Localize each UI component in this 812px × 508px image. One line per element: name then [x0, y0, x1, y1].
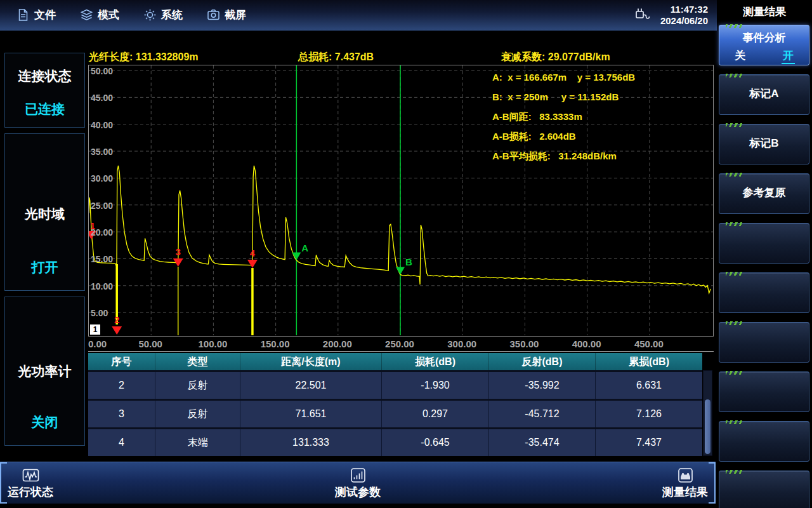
corner-slashes-decoration — [726, 74, 742, 77]
svg-text:30.00: 30.00 — [91, 173, 113, 184]
panel-status: 已连接 — [5, 100, 84, 118]
menu-label: 模式 — [98, 8, 119, 22]
measure-results-icon — [677, 467, 694, 484]
table-cell: -35.992 — [488, 372, 595, 399]
svg-text:5.00: 5.00 — [91, 308, 108, 318]
table-cell: 2 — [88, 372, 155, 399]
svg-text:4: 4 — [250, 248, 256, 258]
menu-item-4[interactable]: 截屏 — [207, 8, 246, 22]
left-panel-2[interactable]: 光时域打开 — [4, 133, 85, 291]
menu-bar: 文件模式系统截屏 — [16, 8, 246, 22]
events-table-header: 序号类型距离/长度(m)损耗(dB)反射(dB)累损(dB) — [88, 353, 702, 370]
menu-item-3[interactable]: 系统 — [143, 8, 183, 22]
corner-slashes-decoration — [726, 321, 742, 325]
otdr-screen: 文件模式系统截屏 11:47:32 2024/06/20 连接状态已连接光时域打… — [0, 0, 812, 508]
right-sidebar: 测量结果 事件分析关开标记A标记B参考复原 — [717, 0, 812, 508]
bottom-nav-bar: 运行状态 测试参数 测量结果 — [0, 462, 716, 504]
trace-number-badge: 1 — [90, 324, 100, 335]
left-panel-1[interactable]: 连接状态已连接 — [4, 53, 85, 128]
panel-title: 连接状态 — [5, 67, 84, 85]
nav-run-status-label: 运行状态 — [8, 485, 53, 500]
table-header-cell: 距离/长度(m) — [240, 353, 381, 370]
softkey-empty-8[interactable] — [719, 371, 809, 412]
state-on[interactable]: 开 — [782, 48, 795, 64]
table-header-cell: 序号 — [88, 353, 155, 370]
svg-text:B: B — [405, 257, 412, 267]
svg-text:35.00: 35.00 — [91, 147, 113, 157]
svg-text:50.00: 50.00 — [91, 66, 113, 76]
table-cell: 3 — [88, 401, 155, 427]
corner-slashes-decoration — [726, 420, 742, 424]
nav-run-status[interactable]: 运行状态 — [8, 467, 53, 500]
menu-item-1[interactable]: 文件 — [16, 8, 56, 22]
nav-test-params[interactable]: 测试参数 — [335, 467, 381, 500]
annotation-line-2: B: x = 250m y = 11.152dB — [492, 91, 635, 111]
softkey-empty-9[interactable] — [719, 421, 809, 462]
table-cell: 0.297 — [381, 401, 488, 427]
table-cell: 131.333 — [240, 429, 381, 456]
state-off[interactable]: 关 — [735, 48, 745, 64]
table-cell: -0.645 — [381, 429, 488, 456]
date: 2024/06/20 — [660, 15, 708, 27]
x-tick-label: 250.00 — [385, 338, 414, 349]
waveform-icon — [22, 467, 39, 484]
svg-text:25.00: 25.00 — [91, 201, 113, 211]
softkey-参考复原[interactable]: 参考复原 — [719, 173, 809, 214]
x-tick-label: 400.00 — [572, 338, 601, 349]
table-cell: -45.712 — [488, 401, 595, 427]
softkey-label: 参考复原 — [719, 174, 809, 212]
left-panel-3[interactable]: 光功率计关闭 — [4, 297, 85, 446]
softkey-label: 标记B — [719, 124, 809, 163]
corner-slashes-decoration — [726, 272, 742, 276]
cursor-annotations: A: x = 166.667m y = 13.756dBB: x = 250m … — [492, 72, 635, 170]
clock: 11:47:32 2024/06/20 — [660, 4, 708, 27]
softkey-标记B[interactable]: 标记B — [719, 124, 809, 164]
softkey-empty-5[interactable] — [719, 223, 809, 264]
softkey-事件分析[interactable]: 事件分析关开 — [719, 25, 809, 65]
table-cell: 71.651 — [240, 401, 381, 427]
screenshot-icon — [207, 8, 220, 22]
softkey-states: 关开 — [719, 45, 809, 64]
power-plug-icon — [632, 6, 650, 24]
x-tick-label: 100.00 — [198, 338, 227, 349]
right-bracket-decoration — [709, 462, 716, 504]
system-icon — [143, 8, 157, 22]
menu-label: 系统 — [161, 8, 183, 22]
total-loss-stat: 总损耗: 7.437dB — [298, 51, 374, 64]
softkey-empty-10[interactable] — [719, 471, 809, 508]
events-table: 序号类型距离/长度(m)损耗(dB)反射(dB)累损(dB) 2反射22.501… — [88, 353, 702, 456]
mode-icon — [80, 8, 93, 22]
softkey-empty-7[interactable] — [719, 322, 809, 363]
top-menu-bar: 文件模式系统截屏 11:47:32 2024/06/20 — [0, 0, 717, 30]
table-cell: 22.501 — [240, 372, 381, 399]
table-cell: 7.126 — [595, 401, 702, 427]
test-params-icon — [350, 467, 367, 484]
left-bracket-decoration — [0, 462, 7, 504]
annotation-line-5: A-B平均损耗: 31.248dB/km — [492, 150, 635, 170]
table-cell: 反射 — [155, 372, 240, 399]
table-scrollbar[interactable] — [703, 370, 712, 456]
menu-item-2[interactable]: 模式 — [80, 8, 119, 22]
menu-label: 截屏 — [225, 8, 246, 22]
file-icon — [16, 8, 30, 22]
menu-label: 文件 — [34, 8, 56, 22]
x-tick-label: 200.00 — [323, 338, 352, 349]
corner-slashes-decoration — [726, 371, 742, 375]
svg-text:45.00: 45.00 — [91, 93, 113, 103]
table-row-event-3[interactable]: 3反射71.6510.297-45.7127.126 — [88, 399, 702, 427]
table-cell: -1.930 — [381, 372, 488, 399]
softkey-label: 事件分析 — [719, 30, 809, 45]
svg-text:3: 3 — [176, 246, 181, 257]
x-tick-label: 350.00 — [509, 338, 539, 349]
table-row-event-2[interactable]: 2反射22.501-1.930-35.9926.631 — [88, 370, 702, 399]
otdr-trace-plot[interactable]: 1234AB50.0045.0040.0035.0030.0025.0020.0… — [88, 65, 714, 337]
table-row-event-4[interactable]: 4末端131.333-0.645-35.4747.437 — [88, 427, 702, 456]
nav-measure-results[interactable]: 测量结果 — [662, 467, 708, 500]
softkey-标记A[interactable]: 标记A — [719, 74, 809, 115]
softkey-empty-6[interactable] — [719, 272, 809, 313]
table-cell: -35.474 — [488, 429, 595, 456]
table-scrollbar-thumb[interactable] — [705, 399, 710, 454]
table-cell: 4 — [88, 429, 155, 456]
nav-measure-results-label: 测量结果 — [662, 485, 708, 500]
right-sidebar-title: 测量结果 — [717, 0, 812, 20]
